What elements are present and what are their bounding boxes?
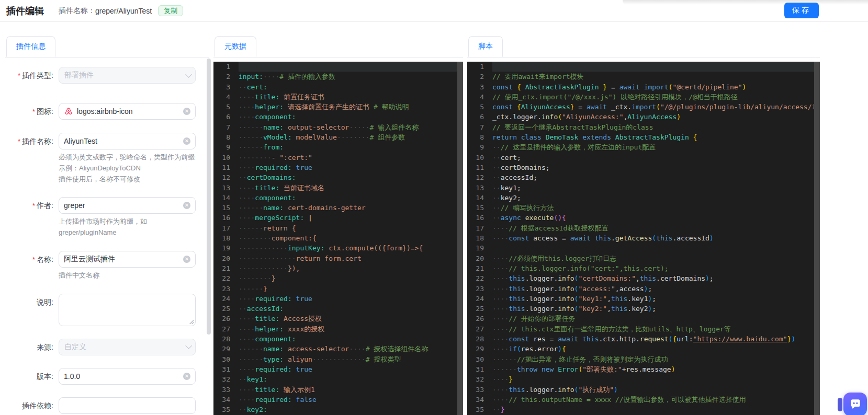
clear-icon[interactable]: ✕: [183, 373, 190, 380]
code-line: 12··accessId;: [467, 172, 820, 182]
code-line: 29····if(res.error){: [467, 344, 820, 354]
chat-bubble-icon: [849, 398, 862, 411]
metadata-panel: 元数据 12input:····# 插件的输入参数3··cert:4····ti…: [213, 33, 463, 415]
line-number: 3: [213, 82, 239, 92]
code-line: 30······//抛出异常，终止任务，否则将被判定为执行成功: [467, 354, 820, 364]
code-line: 24····this.logger.info("key1:",this.key1…: [467, 294, 820, 304]
clear-icon[interactable]: ✕: [183, 256, 190, 263]
version-label: 版本:: [37, 372, 53, 381]
author-input[interactable]: [64, 201, 183, 210]
page-title: 插件编辑: [6, 5, 44, 17]
chat-button[interactable]: [843, 393, 867, 415]
code-line: 16··async execute(){: [467, 213, 820, 223]
line-number: 11: [213, 163, 239, 172]
line-number: 15: [467, 203, 492, 213]
code-line: 33····title: 输入示例1: [213, 385, 463, 395]
script-code-editor[interactable]: 12// 要用await来import模块3const { AbstractTa…: [467, 62, 820, 415]
title-input[interactable]: [64, 255, 183, 263]
author-helper: 上传插件市场时作为前缀，如 greper/pluginName: [59, 216, 196, 238]
line-number: 30: [213, 354, 239, 364]
plugin-name-input[interactable]: [64, 137, 183, 145]
code-line: 34····required: false: [213, 395, 463, 405]
metadata-code-editor[interactable]: 12input:····# 插件的输入参数3··cert:4····title:…: [213, 62, 463, 415]
icon-input[interactable]: [77, 107, 183, 116]
save-button[interactable]: 保存: [784, 3, 819, 18]
dependencies-label: 插件依赖:: [22, 401, 53, 410]
airbnb-icon: [64, 107, 73, 116]
plugin-info-form: *插件类型: 部署插件 *图标:: [5, 57, 209, 415]
description-textarea[interactable]: [59, 294, 195, 326]
field-version: 版本: ✕: [5, 368, 209, 385]
copy-button[interactable]: 复制: [158, 5, 183, 16]
code-line: 12··certDomains:: [213, 172, 463, 182]
line-number: 26: [213, 314, 239, 324]
tab-metadata[interactable]: 元数据: [215, 36, 256, 57]
title-label: 名称:: [37, 255, 53, 263]
plugin-type-select[interactable]: 部署插件: [59, 67, 196, 84]
code-line: 15······name: cert-domains-getter: [213, 203, 463, 213]
line-number: 2: [467, 72, 492, 82]
line-number: 34: [213, 395, 239, 405]
code-line: 1: [213, 62, 463, 72]
code-line: 13····title: 当前证书域名: [213, 183, 463, 193]
clear-icon[interactable]: ✕: [183, 137, 190, 145]
source-select[interactable]: 自定义: [59, 339, 196, 355]
code-line: 34····// this.outputName = xxxx //设置输出参数…: [467, 395, 820, 405]
plugin-info-panel: 插件信息 *插件类型: 部署插件 *图标:: [5, 33, 209, 415]
line-number: 6: [213, 112, 239, 122]
field-dependencies: 插件依赖: 格式: [作者/]插件名[:版本]，需先安装依赖插件: [5, 397, 209, 415]
line-number: 14: [213, 193, 239, 203]
code-line: 18····const access = await this.getAcces…: [467, 233, 820, 243]
plugin-name-label: 插件名称：: [59, 6, 95, 16]
required-mark: *: [18, 137, 20, 145]
code-line: 10········- ":cert:": [213, 153, 463, 163]
code-line: 27····helper: xxxx的授权: [213, 324, 463, 334]
code-line: 5····helper: 请选择前置任务产生的证书 # 帮助说明: [213, 102, 463, 112]
clear-icon[interactable]: ✕: [183, 202, 190, 209]
dependencies-input[interactable]: [64, 401, 190, 410]
version-input[interactable]: [64, 372, 183, 381]
left-panel-scrollbar[interactable]: [207, 59, 211, 335]
code-line: 25····this.logger.info("key2:",this.key2…: [467, 304, 820, 314]
tab-script[interactable]: 脚本: [468, 36, 503, 57]
code-line: 11··certDomains;: [467, 163, 820, 172]
author-label: 作者:: [37, 201, 53, 210]
code-line: 23······}: [213, 284, 463, 294]
clear-icon[interactable]: ✕: [183, 108, 190, 115]
code-line: 19············inputKey: ctx.compute(({fo…: [213, 243, 463, 253]
code-line: 17····// 根据accessId获取授权配置: [467, 223, 820, 233]
line-number: 10: [213, 153, 239, 163]
code-line: 2input:····# 插件的输入参数: [213, 72, 463, 82]
line-number: 22: [467, 273, 492, 283]
line-number: 27: [467, 324, 492, 334]
code-line: 19: [467, 243, 820, 253]
resize-handle-icon[interactable]: [188, 319, 194, 324]
line-number: 25: [213, 304, 239, 314]
code-line: 17······return {: [213, 223, 463, 233]
tab-plugin-info[interactable]: 插件信息: [6, 36, 55, 57]
code-line: 14··key2;: [467, 193, 820, 203]
editor-scrollbar[interactable]: [457, 62, 463, 415]
line-number: 19: [213, 243, 239, 253]
code-line: 20····//必须使用this.logger打印日志: [467, 253, 820, 263]
code-line: 13··key1;: [467, 183, 820, 193]
field-author: *作者: ✕ 上传插件市场时作为前缀，如 greper/pluginName: [5, 197, 209, 238]
script-panel: 脚本 12// 要用await来import模块3const { Abstrac…: [467, 33, 820, 415]
line-number: 30: [467, 354, 492, 364]
line-number: 6: [467, 112, 492, 122]
field-description: 说明:: [5, 294, 209, 326]
line-number: 13: [213, 183, 239, 193]
code-line: 20··············return form.cert: [213, 253, 463, 263]
line-number: 28: [467, 334, 492, 344]
line-number: 20: [213, 253, 239, 263]
code-line: 24····required: true: [213, 294, 463, 304]
line-number: 10: [467, 153, 492, 163]
editor-scrollbar[interactable]: [814, 62, 820, 415]
code-line: 26····// 开始你的部署任务: [467, 314, 820, 324]
code-line: 22········}: [213, 273, 463, 283]
chat-widget-handle[interactable]: [838, 398, 842, 411]
code-line: 6····component:: [213, 112, 463, 122]
line-number: 4: [213, 92, 239, 102]
line-number: 19: [467, 243, 492, 253]
line-number: 23: [213, 284, 239, 294]
